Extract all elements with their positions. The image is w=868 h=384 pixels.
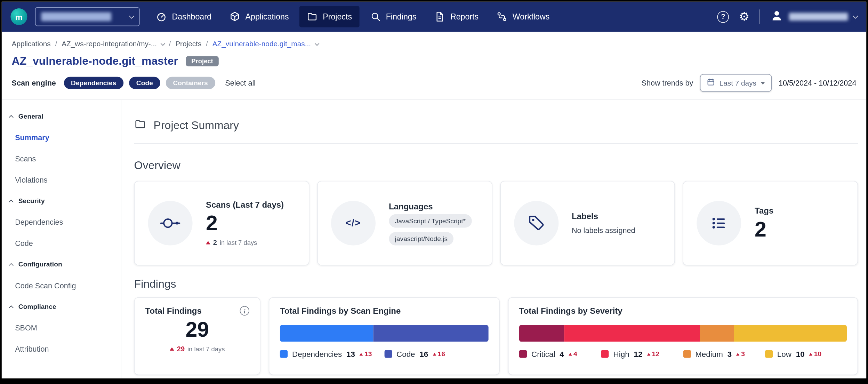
search-icon	[370, 11, 381, 22]
legend-label: Critical	[531, 350, 555, 359]
languages-card: </> Languages JavaScript / TypeScript* j…	[317, 181, 492, 265]
chevron-up-icon	[9, 263, 14, 268]
project-type-badge: Project	[186, 56, 218, 66]
nav-item-reports[interactable]: Reports	[427, 6, 486, 27]
sidebar-item-dependencies[interactable]: Dependencies	[2, 211, 121, 233]
sidebar-section-label: Configuration	[18, 261, 62, 268]
legend-swatch	[519, 350, 527, 358]
sidebar-section-security[interactable]: Security	[2, 190, 121, 211]
legend-trend-value: 10	[814, 350, 821, 358]
language-chip: javascript/Node.js	[389, 232, 454, 245]
help-icon[interactable]: ?	[717, 11, 729, 23]
trend-up-icon	[206, 241, 210, 245]
breadcrumb-projects[interactable]: Projects	[175, 40, 201, 48]
navbar-right: ? ⚙	[717, 9, 858, 25]
show-trends-label: Show trends by	[642, 79, 693, 87]
by-engine-title: Total Findings by Scan Engine	[280, 306, 401, 315]
org-selector[interactable]	[35, 7, 140, 26]
trends-controls: Show trends by Last 7 days 10/5/2024 - 1…	[642, 74, 857, 92]
sidebar-section-compliance[interactable]: Compliance	[2, 296, 121, 317]
legend-trend: 16	[433, 350, 445, 358]
app-window: m Dashboard Applications	[0, 0, 868, 384]
sidebar-item-violations[interactable]: Violations	[2, 169, 121, 190]
legend-item-high: High 12 12	[601, 350, 683, 359]
gear-icon[interactable]: ⚙	[739, 11, 749, 23]
findings-by-engine-card: Total Findings by Scan Engine Dependenci…	[269, 297, 500, 375]
sidebar-item-code[interactable]: Code	[2, 233, 121, 254]
sidebar-section-configuration[interactable]: Configuration	[2, 254, 121, 275]
legend-swatch	[765, 350, 773, 358]
mend-logo-icon: m	[10, 8, 27, 25]
code-brackets-icon: </>	[331, 201, 376, 246]
nav-item-applications[interactable]: Applications	[222, 6, 296, 27]
user-menu[interactable]	[770, 9, 857, 25]
total-findings-value: 29	[145, 319, 249, 341]
overview-cards: Scans (Last 7 days) 2 2 in last 7 days <…	[134, 181, 858, 265]
select-all-link[interactable]: Select all	[225, 79, 256, 87]
legend-trend: 3	[736, 350, 745, 358]
breadcrumb-application-name[interactable]: AZ_ws-repo-integration/my-...	[62, 40, 157, 48]
engine-legend: Dependencies 13 13 Code 16	[280, 350, 489, 359]
sidebar-section-label: Compliance	[18, 303, 56, 310]
labels-empty-text: No labels assigned	[572, 226, 635, 235]
legend-trend-value: 4	[573, 350, 577, 358]
legend-value: 10	[796, 350, 805, 359]
nav-item-label: Workflows	[513, 12, 550, 21]
calendar-icon	[707, 78, 715, 88]
nav-item-findings[interactable]: Findings	[362, 6, 424, 27]
legend-label: Medium	[695, 350, 723, 359]
nav-item-label: Applications	[246, 12, 289, 21]
avatar-icon	[770, 9, 783, 25]
trend-period-value: Last 7 days	[720, 79, 756, 87]
breadcrumb-separator: /	[206, 40, 208, 48]
chevron-down-icon[interactable]	[161, 41, 165, 45]
user-name-redacted	[789, 13, 848, 21]
legend-item-critical: Critical 4 4	[519, 350, 601, 359]
scans-card-body: Scans (Last 7 days) 2 2 in last 7 days	[206, 200, 284, 246]
sidebar-item-sbom[interactable]: SBOM	[2, 317, 121, 338]
caret-down-icon	[761, 81, 765, 84]
labels-card: Labels No labels assigned	[500, 181, 675, 265]
legend-item-code: Code 16 16	[384, 350, 489, 359]
total-findings-header: Total Findings i	[145, 306, 249, 315]
sidebar-item-code-scan-config[interactable]: Code Scan Config	[2, 275, 121, 296]
nav-item-label: Findings	[386, 12, 417, 21]
info-icon[interactable]: i	[240, 306, 249, 315]
trend-up-icon	[569, 353, 572, 355]
chevron-down-icon	[853, 13, 858, 19]
sidebar-item-attribution[interactable]: Attribution	[2, 338, 121, 360]
legend-trend: 13	[360, 350, 372, 358]
total-findings-trend: 29 in last 7 days	[145, 345, 249, 353]
scans-trend-value: 2	[213, 239, 217, 246]
findings-by-severity-card: Total Findings by Severity Critical 4	[508, 297, 858, 375]
sidebar-item-summary[interactable]: Summary	[2, 127, 121, 148]
org-selector-redacted	[41, 12, 111, 21]
nav-item-workflows[interactable]: Workflows	[489, 6, 557, 27]
findings-cards: Total Findings i 29 29 in last 7 days To…	[134, 297, 858, 375]
engine-pill-code[interactable]: Code	[129, 77, 160, 89]
tags-card-body: Tags 2	[755, 206, 773, 241]
nav-item-label: Dashboard	[172, 12, 211, 21]
breadcrumb-project-name[interactable]: AZ_vulnerable-node.git_mas...	[212, 40, 311, 48]
legend-trend: 12	[647, 350, 659, 358]
tags-count: 2	[755, 218, 773, 241]
engine-pill-containers[interactable]: Containers	[166, 77, 215, 89]
nav-item-projects[interactable]: Projects	[299, 6, 359, 27]
legend-value: 12	[634, 350, 642, 359]
legend-swatch	[384, 350, 392, 358]
trend-period-dropdown[interactable]: Last 7 days	[700, 74, 772, 92]
engine-pill-dependencies[interactable]: Dependencies	[64, 77, 123, 89]
tags-list-icon	[697, 201, 741, 246]
legend-swatch	[683, 350, 691, 358]
breadcrumb-applications[interactable]: Applications	[12, 40, 51, 48]
legend-trend-value: 13	[364, 350, 372, 358]
trend-up-icon	[647, 353, 650, 355]
engine-stacked-bar	[280, 325, 489, 342]
legend-trend-value: 3	[741, 350, 745, 358]
nav-item-dashboard[interactable]: Dashboard	[148, 6, 219, 27]
sidebar-item-scans[interactable]: Scans	[2, 148, 121, 169]
primary-nav: Dashboard Applications Projects Findings	[148, 6, 557, 27]
chevron-down-icon[interactable]	[315, 41, 319, 45]
sidebar-section-general[interactable]: General	[2, 106, 121, 127]
project-summary-title: Project Summary	[154, 119, 239, 132]
